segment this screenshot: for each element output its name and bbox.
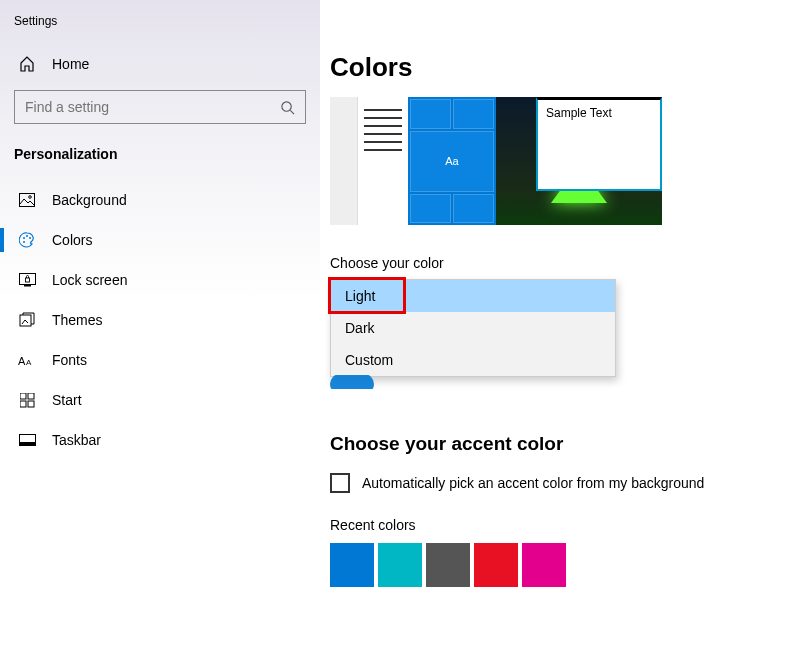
- auto-pick-label: Automatically pick an accent color from …: [362, 475, 704, 491]
- main-content: Colors Aa Sample Text Choose yo: [320, 0, 788, 651]
- svg-rect-15: [28, 393, 34, 399]
- themes-icon: [18, 312, 36, 328]
- settings-window: Settings Home Personalization Background: [0, 0, 788, 651]
- svg-point-0: [282, 101, 291, 110]
- sidebar-item-themes[interactable]: Themes: [0, 300, 320, 340]
- recent-colors-row: [330, 543, 788, 587]
- search-input[interactable]: [25, 99, 265, 115]
- search-icon: [280, 100, 295, 115]
- toggle-switch[interactable]: [330, 375, 374, 389]
- picture-icon: [18, 193, 36, 207]
- sidebar-item-lock-screen[interactable]: Lock screen: [0, 260, 320, 300]
- color-swatch[interactable]: [474, 543, 518, 587]
- svg-rect-9: [24, 285, 31, 287]
- svg-rect-2: [20, 194, 35, 207]
- fonts-icon: AA: [18, 353, 36, 367]
- color-swatch[interactable]: [426, 543, 470, 587]
- svg-text:A: A: [26, 358, 32, 367]
- sidebar-item-taskbar[interactable]: Taskbar: [0, 420, 320, 460]
- svg-line-1: [290, 110, 294, 114]
- sidebar: Settings Home Personalization Background: [0, 0, 320, 651]
- page-title: Colors: [330, 14, 788, 97]
- sidebar-item-label: Start: [52, 392, 82, 408]
- sidebar-item-label: Background: [52, 192, 127, 208]
- color-option-dark[interactable]: Dark: [331, 312, 615, 344]
- preview-light[interactable]: Aa: [330, 97, 496, 225]
- color-option-custom[interactable]: Custom: [331, 344, 615, 376]
- color-swatch[interactable]: [522, 543, 566, 587]
- svg-point-5: [26, 235, 28, 237]
- color-mode-dropdown[interactable]: Light Dark Custom: [330, 279, 616, 377]
- svg-rect-16: [20, 401, 26, 407]
- sample-window: Sample Text: [536, 97, 662, 191]
- home-label: Home: [52, 56, 89, 72]
- color-swatch[interactable]: [330, 543, 374, 587]
- svg-point-6: [29, 237, 31, 239]
- option-label: Light: [345, 288, 375, 304]
- svg-point-4: [23, 237, 25, 239]
- sidebar-item-label: Fonts: [52, 352, 87, 368]
- lock-screen-icon: [18, 273, 36, 287]
- preview-dark[interactable]: Sample Text: [496, 97, 662, 225]
- tile-sample-text: Aa: [410, 131, 494, 192]
- sidebar-item-label: Taskbar: [52, 432, 101, 448]
- search-box[interactable]: [14, 90, 306, 124]
- home-nav[interactable]: Home: [0, 46, 320, 82]
- sidebar-item-start[interactable]: Start: [0, 380, 320, 420]
- color-option-light[interactable]: Light: [331, 280, 615, 312]
- option-label: Dark: [345, 320, 375, 336]
- accent-heading: Choose your accent color: [330, 433, 788, 455]
- palette-icon: [18, 232, 36, 248]
- color-swatch[interactable]: [378, 543, 422, 587]
- recent-colors-label: Recent colors: [330, 517, 788, 533]
- sidebar-item-label: Themes: [52, 312, 103, 328]
- svg-point-3: [29, 196, 32, 199]
- sidebar-item-label: Colors: [52, 232, 92, 248]
- svg-rect-14: [20, 393, 26, 399]
- sidebar-item-label: Lock screen: [52, 272, 127, 288]
- svg-rect-17: [28, 401, 34, 407]
- sidebar-item-background[interactable]: Background: [0, 180, 320, 220]
- checkbox-icon[interactable]: [330, 473, 350, 493]
- choose-color-label: Choose your color: [330, 255, 788, 271]
- auto-pick-row[interactable]: Automatically pick an accent color from …: [330, 473, 788, 493]
- sidebar-item-colors[interactable]: Colors: [0, 220, 320, 260]
- svg-point-7: [23, 241, 25, 243]
- start-icon: [18, 393, 36, 408]
- sidebar-item-fonts[interactable]: AA Fonts: [0, 340, 320, 380]
- home-icon: [18, 56, 36, 72]
- svg-rect-10: [25, 278, 29, 282]
- option-label: Custom: [345, 352, 393, 368]
- app-title: Settings: [0, 10, 320, 46]
- svg-text:A: A: [18, 355, 26, 367]
- preview-row: Aa Sample Text: [330, 97, 788, 225]
- toggle-partially-hidden: [330, 375, 788, 389]
- sample-text-label: Sample Text: [546, 106, 612, 120]
- taskbar-icon: [18, 434, 36, 446]
- svg-rect-19: [19, 442, 35, 446]
- section-title: Personalization: [0, 142, 320, 180]
